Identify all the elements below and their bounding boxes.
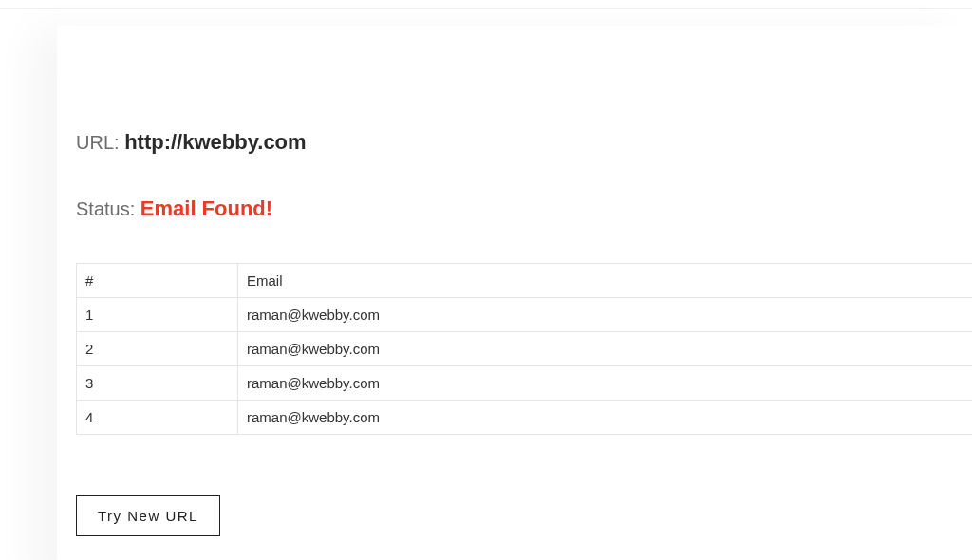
cell-number: 1 — [77, 298, 238, 332]
try-new-url-button[interactable]: Try New URL — [76, 495, 220, 536]
status-row: Status: Email Found! — [76, 196, 972, 221]
url-label: URL: — [76, 132, 124, 153]
column-header-email: Email — [238, 264, 973, 298]
table-row: 3 raman@kwebby.com — [77, 366, 973, 401]
column-header-number: # — [77, 264, 238, 298]
results-card: URL: http://kwebby.com Status: Email Fou… — [57, 26, 972, 560]
email-results-table: # Email 1 raman@kwebby.com 2 raman@kwebb… — [76, 263, 972, 435]
cell-number: 3 — [77, 366, 238, 401]
table-row: 2 raman@kwebby.com — [77, 332, 973, 366]
url-value: http://kwebby.com — [124, 130, 307, 154]
table-row: 1 raman@kwebby.com — [77, 298, 973, 332]
status-value: Email Found! — [140, 196, 272, 220]
cell-email: raman@kwebby.com — [238, 401, 973, 435]
cell-number: 4 — [77, 401, 238, 435]
table-header-row: # Email — [77, 264, 973, 298]
url-row: URL: http://kwebby.com — [76, 130, 972, 155]
cell-number: 2 — [77, 332, 238, 366]
status-label: Status: — [76, 198, 140, 219]
cell-email: raman@kwebby.com — [238, 332, 973, 366]
table-row: 4 raman@kwebby.com — [77, 401, 973, 435]
cell-email: raman@kwebby.com — [238, 298, 973, 332]
cell-email: raman@kwebby.com — [238, 366, 973, 401]
